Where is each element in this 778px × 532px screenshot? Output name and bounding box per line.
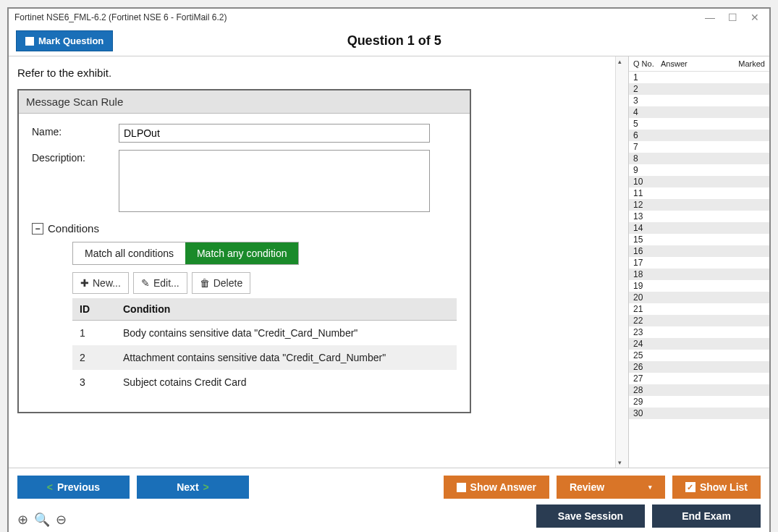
question-list-panel: Q No. Answer Marked 12345678910111213141… <box>628 56 769 468</box>
list-item[interactable]: 8 <box>629 153 769 164</box>
zoom-reset-icon[interactable]: 🔍 <box>34 512 50 528</box>
mark-question-button[interactable]: Mark Question <box>16 30 113 51</box>
checkbox-icon <box>25 37 34 46</box>
review-dropdown[interactable]: Review▾ <box>557 476 665 499</box>
window-title: Fortinet NSE6_FML-6.2 (Fortinet NSE 6 - … <box>14 12 227 22</box>
match-any-tab[interactable]: Match any condition <box>185 242 299 264</box>
edit-icon: ✎ <box>141 277 150 289</box>
conditions-body: Match all conditions Match any condition… <box>72 242 457 394</box>
question-prompt: Refer to the exhibit. <box>17 67 606 79</box>
chevron-right-icon: > <box>203 481 209 493</box>
top-row: Mark Question Question 1 of 5 <box>9 26 769 56</box>
name-input[interactable] <box>119 124 430 143</box>
col-marked: Marked <box>730 59 765 68</box>
collapse-icon: − <box>32 223 43 235</box>
list-item[interactable]: 28 <box>629 384 769 396</box>
list-item[interactable]: 25 <box>629 350 769 361</box>
window-controls: — ☐ ✕ <box>705 12 764 23</box>
list-item[interactable]: 27 <box>629 373 769 384</box>
scroll-up-icon[interactable]: ▴ <box>618 58 622 65</box>
name-label: Name: <box>32 124 119 143</box>
list-item[interactable]: 29 <box>629 396 769 408</box>
list-item[interactable]: 4 <box>629 106 769 118</box>
nav-button-row: <Previous Next> Show Answer Review▾ ✓Sho… <box>17 476 761 499</box>
mark-question-label: Mark Question <box>38 35 103 46</box>
previous-button[interactable]: <Previous <box>17 476 130 499</box>
name-row: Name: <box>32 124 457 143</box>
titlebar: Fortinet NSE6_FML-6.2 (Fortinet NSE 6 - … <box>9 9 769 26</box>
cell-id: 1 <box>72 321 116 346</box>
match-all-tab[interactable]: Match all conditions <box>73 242 185 264</box>
new-condition-button[interactable]: ✚New... <box>72 272 129 294</box>
end-exam-button[interactable]: End Exam <box>652 504 761 528</box>
col-qno: Q No. <box>633 59 661 68</box>
question-content: Refer to the exhibit. Message Scan Rule … <box>9 56 615 468</box>
exhibit-panel: Message Scan Rule Name: Description: − <box>17 89 471 413</box>
list-item[interactable]: 22 <box>629 315 769 326</box>
list-item[interactable]: 19 <box>629 280 769 292</box>
list-item[interactable]: 3 <box>629 95 769 106</box>
list-item[interactable]: 30 <box>629 408 769 419</box>
list-item[interactable]: 24 <box>629 338 769 350</box>
session-button-row: ⊕ 🔍 ⊖ Save Session End Exam <box>17 504 761 528</box>
col-condition: Condition <box>116 298 457 321</box>
col-id: ID <box>72 298 116 321</box>
cell-condition: Body contains sensitive data "Credit_Car… <box>116 321 457 346</box>
zoom-controls: ⊕ 🔍 ⊖ <box>17 512 67 528</box>
list-item[interactable]: 5 <box>629 118 769 130</box>
app-window: Fortinet NSE6_FML-6.2 (Fortinet NSE 6 - … <box>7 7 771 532</box>
content-scrollbar[interactable]: ▴ ▾ <box>615 56 628 468</box>
save-session-button[interactable]: Save Session <box>536 504 645 528</box>
chevron-down-icon: ▾ <box>648 484 652 491</box>
list-item[interactable]: 17 <box>629 257 769 269</box>
col-answer: Answer <box>661 59 730 68</box>
close-icon[interactable]: ✕ <box>750 12 759 23</box>
description-label: Description: <box>32 150 119 212</box>
list-item[interactable]: 14 <box>629 222 769 234</box>
show-list-button[interactable]: ✓Show List <box>672 476 761 499</box>
zoom-in-icon[interactable]: ⊕ <box>17 512 28 528</box>
description-row: Description: <box>32 150 457 212</box>
list-item[interactable]: 2 <box>629 83 769 95</box>
cell-id: 3 <box>72 370 116 394</box>
list-item[interactable]: 1 <box>629 72 769 83</box>
question-list[interactable]: 1234567891011121314151617181920212223242… <box>629 72 769 468</box>
list-item[interactable]: 18 <box>629 269 769 280</box>
delete-condition-button[interactable]: 🗑Delete <box>192 272 250 294</box>
list-item[interactable]: 12 <box>629 199 769 211</box>
plus-icon: ✚ <box>80 277 89 289</box>
condition-toolbar: ✚New... ✎Edit... 🗑Delete <box>72 272 457 294</box>
edit-condition-button[interactable]: ✎Edit... <box>133 272 187 294</box>
table-row[interactable]: 1Body contains sensitive data "Credit_Ca… <box>72 321 457 346</box>
chevron-left-icon: < <box>47 481 53 493</box>
table-row[interactable]: 3Subject cotains Credit Card <box>72 370 457 394</box>
minimize-icon[interactable]: — <box>705 12 715 23</box>
question-list-header: Q No. Answer Marked <box>629 56 769 72</box>
main-content-row: Refer to the exhibit. Message Scan Rule … <box>9 56 769 468</box>
zoom-out-icon[interactable]: ⊖ <box>56 512 67 528</box>
match-mode-tabs: Match all conditions Match any condition <box>72 242 299 265</box>
list-item[interactable]: 10 <box>629 176 769 187</box>
list-item[interactable]: 20 <box>629 292 769 303</box>
list-item[interactable]: 16 <box>629 245 769 257</box>
list-item[interactable]: 15 <box>629 234 769 245</box>
list-item[interactable]: 21 <box>629 303 769 315</box>
checkbox-icon <box>457 483 466 492</box>
check-icon: ✓ <box>685 482 695 492</box>
conditions-header[interactable]: − Conditions <box>32 222 457 235</box>
list-item[interactable]: 7 <box>629 141 769 153</box>
table-row[interactable]: 2Attachment contains sensitive data "Cre… <box>72 345 457 370</box>
maximize-icon[interactable]: ☐ <box>728 12 737 23</box>
list-item[interactable]: 23 <box>629 326 769 338</box>
list-item[interactable]: 9 <box>629 164 769 176</box>
trash-icon: 🗑 <box>200 277 210 289</box>
cell-id: 2 <box>72 345 116 370</box>
next-button[interactable]: Next> <box>137 476 249 499</box>
list-item[interactable]: 11 <box>629 187 769 199</box>
list-item[interactable]: 6 <box>629 130 769 141</box>
list-item[interactable]: 13 <box>629 211 769 222</box>
show-answer-button[interactable]: Show Answer <box>444 476 549 499</box>
list-item[interactable]: 26 <box>629 361 769 373</box>
description-textarea[interactable] <box>119 150 430 212</box>
scroll-down-icon[interactable]: ▾ <box>618 459 622 466</box>
